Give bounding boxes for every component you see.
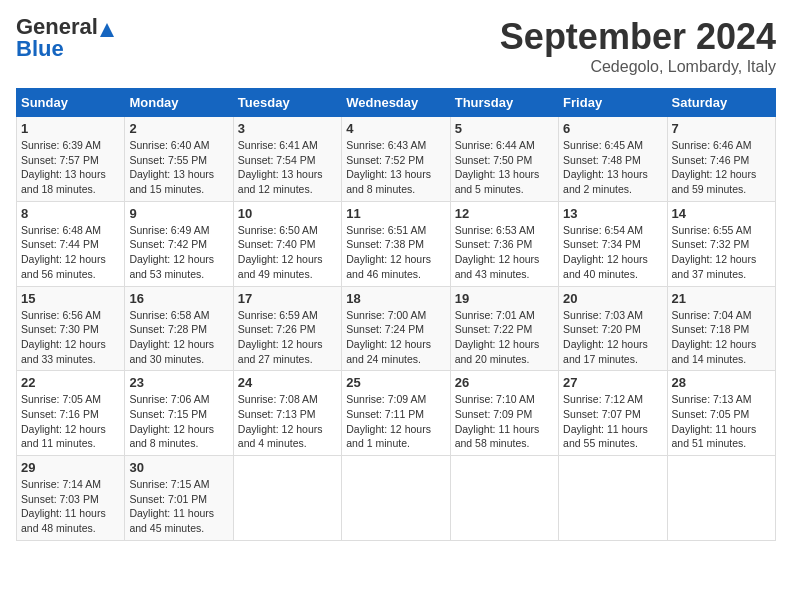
cell-line: Sunset: 7:16 PM <box>21 407 120 422</box>
calendar-cell: 5Sunrise: 6:44 AMSunset: 7:50 PMDaylight… <box>450 117 558 202</box>
cell-line: and 8 minutes. <box>129 436 228 451</box>
day-number: 11 <box>346 206 445 221</box>
cell-line: Sunrise: 7:08 AM <box>238 392 337 407</box>
day-number: 25 <box>346 375 445 390</box>
day-number: 20 <box>563 291 662 306</box>
cell-line: Sunrise: 6:56 AM <box>21 308 120 323</box>
cell-line: Sunrise: 6:48 AM <box>21 223 120 238</box>
cell-line: Sunset: 7:46 PM <box>672 153 771 168</box>
cell-info: Sunrise: 7:12 AMSunset: 7:07 PMDaylight:… <box>563 392 662 451</box>
day-number: 14 <box>672 206 771 221</box>
cell-info: Sunrise: 6:45 AMSunset: 7:48 PMDaylight:… <box>563 138 662 197</box>
cell-line: Daylight: 12 hours <box>672 252 771 267</box>
calendar-cell: 15Sunrise: 6:56 AMSunset: 7:30 PMDayligh… <box>17 286 125 371</box>
title-block: September 2024 Cedegolo, Lombardy, Italy <box>500 16 776 76</box>
weekday-header-saturday: Saturday <box>667 89 775 117</box>
cell-line: and 58 minutes. <box>455 436 554 451</box>
cell-line: Sunrise: 6:40 AM <box>129 138 228 153</box>
cell-line: Sunrise: 7:05 AM <box>21 392 120 407</box>
cell-info: Sunrise: 7:00 AMSunset: 7:24 PMDaylight:… <box>346 308 445 367</box>
cell-line: and 17 minutes. <box>563 352 662 367</box>
cell-line: and 37 minutes. <box>672 267 771 282</box>
calendar-cell: 28Sunrise: 7:13 AMSunset: 7:05 PMDayligh… <box>667 371 775 456</box>
logo-icon <box>100 23 114 37</box>
cell-line: Sunrise: 6:46 AM <box>672 138 771 153</box>
cell-line: Sunset: 7:40 PM <box>238 237 337 252</box>
cell-info: Sunrise: 7:13 AMSunset: 7:05 PMDaylight:… <box>672 392 771 451</box>
cell-line: and 2 minutes. <box>563 182 662 197</box>
cell-line: Daylight: 12 hours <box>21 422 120 437</box>
calendar-cell: 27Sunrise: 7:12 AMSunset: 7:07 PMDayligh… <box>559 371 667 456</box>
calendar-cell: 11Sunrise: 6:51 AMSunset: 7:38 PMDayligh… <box>342 201 450 286</box>
calendar-cell: 22Sunrise: 7:05 AMSunset: 7:16 PMDayligh… <box>17 371 125 456</box>
cell-info: Sunrise: 6:56 AMSunset: 7:30 PMDaylight:… <box>21 308 120 367</box>
day-number: 13 <box>563 206 662 221</box>
cell-line: Daylight: 12 hours <box>563 252 662 267</box>
cell-info: Sunrise: 6:51 AMSunset: 7:38 PMDaylight:… <box>346 223 445 282</box>
cell-line: Sunset: 7:05 PM <box>672 407 771 422</box>
cell-line: Daylight: 12 hours <box>129 252 228 267</box>
day-number: 1 <box>21 121 120 136</box>
cell-line: and 48 minutes. <box>21 521 120 536</box>
calendar-cell: 26Sunrise: 7:10 AMSunset: 7:09 PMDayligh… <box>450 371 558 456</box>
cell-info: Sunrise: 6:58 AMSunset: 7:28 PMDaylight:… <box>129 308 228 367</box>
day-number: 10 <box>238 206 337 221</box>
day-number: 19 <box>455 291 554 306</box>
cell-line: Daylight: 13 hours <box>346 167 445 182</box>
cell-line: and 45 minutes. <box>129 521 228 536</box>
cell-line: Sunrise: 7:14 AM <box>21 477 120 492</box>
calendar-cell: 19Sunrise: 7:01 AMSunset: 7:22 PMDayligh… <box>450 286 558 371</box>
cell-line: Daylight: 11 hours <box>21 506 120 521</box>
cell-line: Sunrise: 6:45 AM <box>563 138 662 153</box>
cell-line: and 15 minutes. <box>129 182 228 197</box>
calendar-cell: 14Sunrise: 6:55 AMSunset: 7:32 PMDayligh… <box>667 201 775 286</box>
calendar-cell: 10Sunrise: 6:50 AMSunset: 7:40 PMDayligh… <box>233 201 341 286</box>
day-number: 22 <box>21 375 120 390</box>
cell-line: Sunset: 7:11 PM <box>346 407 445 422</box>
cell-line: Sunrise: 6:51 AM <box>346 223 445 238</box>
cell-line: Daylight: 12 hours <box>346 252 445 267</box>
day-number: 17 <box>238 291 337 306</box>
calendar-cell: 4Sunrise: 6:43 AMSunset: 7:52 PMDaylight… <box>342 117 450 202</box>
cell-line: Daylight: 13 hours <box>129 167 228 182</box>
cell-line: Sunrise: 6:53 AM <box>455 223 554 238</box>
day-number: 30 <box>129 460 228 475</box>
weekday-header-monday: Monday <box>125 89 233 117</box>
cell-line: Sunset: 7:55 PM <box>129 153 228 168</box>
cell-info: Sunrise: 6:55 AMSunset: 7:32 PMDaylight:… <box>672 223 771 282</box>
cell-line: Sunrise: 7:01 AM <box>455 308 554 323</box>
cell-line: and 30 minutes. <box>129 352 228 367</box>
cell-line: Daylight: 12 hours <box>672 167 771 182</box>
cell-line: Sunset: 7:50 PM <box>455 153 554 168</box>
cell-info: Sunrise: 6:50 AMSunset: 7:40 PMDaylight:… <box>238 223 337 282</box>
cell-info: Sunrise: 6:49 AMSunset: 7:42 PMDaylight:… <box>129 223 228 282</box>
cell-line: Sunrise: 7:00 AM <box>346 308 445 323</box>
cell-line: and 18 minutes. <box>21 182 120 197</box>
cell-line: Sunrise: 7:13 AM <box>672 392 771 407</box>
calendar-cell: 16Sunrise: 6:58 AMSunset: 7:28 PMDayligh… <box>125 286 233 371</box>
calendar-cell: 8Sunrise: 6:48 AMSunset: 7:44 PMDaylight… <box>17 201 125 286</box>
cell-line: and 1 minute. <box>346 436 445 451</box>
cell-line: and 33 minutes. <box>21 352 120 367</box>
cell-line: Daylight: 12 hours <box>21 252 120 267</box>
cell-line: and 20 minutes. <box>455 352 554 367</box>
cell-line: Sunset: 7:52 PM <box>346 153 445 168</box>
logo: General Blue <box>16 16 114 60</box>
cell-line: and 40 minutes. <box>563 267 662 282</box>
cell-line: and 27 minutes. <box>238 352 337 367</box>
calendar-cell: 2Sunrise: 6:40 AMSunset: 7:55 PMDaylight… <box>125 117 233 202</box>
day-number: 9 <box>129 206 228 221</box>
cell-line: Sunset: 7:44 PM <box>21 237 120 252</box>
cell-line: Daylight: 12 hours <box>455 252 554 267</box>
cell-info: Sunrise: 6:39 AMSunset: 7:57 PMDaylight:… <box>21 138 120 197</box>
cell-line: Sunset: 7:24 PM <box>346 322 445 337</box>
day-number: 26 <box>455 375 554 390</box>
weekday-header-thursday: Thursday <box>450 89 558 117</box>
calendar-week-1: 1Sunrise: 6:39 AMSunset: 7:57 PMDaylight… <box>17 117 776 202</box>
calendar-cell: 25Sunrise: 7:09 AMSunset: 7:11 PMDayligh… <box>342 371 450 456</box>
calendar-cell: 13Sunrise: 6:54 AMSunset: 7:34 PMDayligh… <box>559 201 667 286</box>
calendar-week-2: 8Sunrise: 6:48 AMSunset: 7:44 PMDaylight… <box>17 201 776 286</box>
weekday-header-friday: Friday <box>559 89 667 117</box>
cell-line: Sunrise: 6:55 AM <box>672 223 771 238</box>
day-number: 27 <box>563 375 662 390</box>
